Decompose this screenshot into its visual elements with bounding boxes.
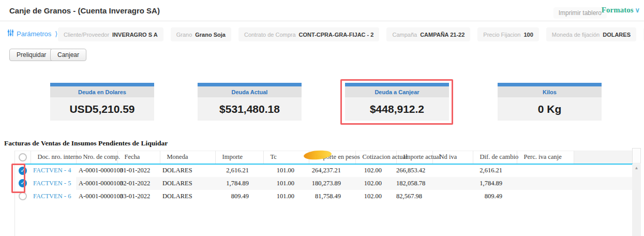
card-value: USD5,210.59 (50, 97, 154, 121)
row-checkbox[interactable] (19, 192, 27, 200)
preliquidar-button[interactable]: Preliquidar (9, 49, 53, 61)
vertical-scrollbar[interactable]: ▲ (632, 164, 641, 236)
card-title: Deuda a Canjear (345, 86, 449, 97)
col-nro-de-comp[interactable]: Nro. de comp. (76, 151, 117, 164)
cell-importe-pesos: 264,237.21 (309, 164, 355, 177)
chevron-right-icon: ⟩ (55, 30, 57, 38)
param-field-grano[interactable]: Grano Grano Soja (171, 27, 231, 41)
cell-importe-actual: 182,058.78 (396, 177, 432, 190)
table-header-row: Doc. nro. interno Nro. de comp. Fecha Mo… (15, 151, 633, 164)
page-title: Canje de Granos - (Cuenta Inveragro SA) (9, 6, 160, 15)
chevron-down-icon: ∨ (635, 6, 640, 14)
filter-sliders-icon (7, 30, 14, 38)
cell-importe-actual: 82,567.98 (396, 190, 432, 203)
col-importe-en-pesos[interactable]: Importe en pesos (309, 151, 355, 164)
top-bar: Canje de Granos - (Cuenta Inveragro SA) … (0, 0, 644, 21)
canjear-button[interactable]: Canjear (50, 49, 86, 61)
card-top-bar (50, 83, 154, 86)
col-tc[interactable]: Tc (263, 151, 309, 164)
cell-importe: 809.49 (215, 190, 263, 203)
card-value: $448,912.2 (345, 97, 449, 121)
col-dif-de-cambio[interactable]: Dif. de cambio (473, 151, 517, 164)
cell-perc-iva-canje (517, 190, 574, 203)
invoice-link[interactable]: FACTVEN - 6 (33, 193, 71, 200)
col-perc-iva-canje[interactable]: Perc. iva canje (517, 151, 574, 164)
parameters-bar: Parámetros ⟩ Cliente/Proveedor INVERAGRO… (0, 25, 644, 43)
invoices-table: Doc. nro. interno Nro. de comp. Fecha Mo… (14, 151, 632, 236)
cell-perc-iva-canje (517, 164, 574, 177)
cell-filler (574, 190, 633, 203)
cell-nd-iva (432, 164, 473, 177)
cell-tc: 101.00 (263, 190, 309, 203)
cell-importe-actual: 266,853.42 (396, 164, 432, 177)
card-top-bar (498, 83, 602, 86)
card-deuda-a-canjear: Deuda a Canjear $448,912.2 (345, 83, 449, 121)
parameters-label: Parámetros (17, 30, 51, 38)
cell-moneda: DOLARES (160, 164, 215, 177)
cell-filler (574, 164, 633, 177)
formats-label: Formatos (602, 6, 634, 14)
canje-granos-screen: Canje de Granos - (Cuenta Inveragro SA) … (0, 0, 644, 236)
cell-nro-comp: A-0001-0000103 (76, 190, 117, 203)
param-field-precio-fijacion[interactable]: Precio Fijacion 100 (477, 27, 539, 41)
cell-nro-comp: A-0001-0000103 (76, 177, 117, 190)
check-icon: ✓ (19, 167, 27, 175)
col-moneda[interactable]: Moneda (160, 151, 215, 164)
cell-perc-iva-canje (517, 177, 574, 190)
cell-fecha: 02-01-2022 (117, 177, 160, 190)
table-row: FACTVEN - 6 A-0001-0000103 03-01-2022 DO… (15, 190, 633, 203)
cell-dif-cambio: 809.49 (473, 190, 517, 203)
card-title: Kilos (498, 86, 602, 97)
scroll-up-arrow-icon[interactable]: ▲ (632, 164, 641, 171)
cell-importe: 2,616.21 (215, 164, 263, 177)
cell-dif-cambio: 1,784.89 (473, 177, 517, 190)
param-field-cliente-proveedor[interactable]: Cliente/Proveedor INVERAGRO S A (58, 27, 163, 41)
parameter-fields: Cliente/Proveedor INVERAGRO S A Grano Gr… (58, 27, 644, 41)
invoices-table-title: Facturas de Ventas de Insumos Pendientes… (4, 139, 168, 148)
table-row: ✓ FACTVEN - 4 A-0001-0000103 01-01-2022 … (15, 164, 633, 177)
invoice-link[interactable]: FACTVEN - 4 (33, 167, 71, 174)
col-fecha[interactable]: Fecha (117, 151, 160, 164)
cell-nd-iva (432, 177, 473, 190)
cell-cotizacion-actual: 102.00 (355, 177, 396, 190)
cell-tc: 101.00 (263, 177, 309, 190)
card-top-bar (345, 83, 449, 86)
cell-importe: 1,784.89 (215, 177, 263, 190)
scrollbar-corner (632, 148, 641, 164)
invoice-link[interactable]: FACTVEN - 5 (33, 180, 71, 187)
cell-nro-comp: A-0001-0000103 (76, 164, 117, 177)
col-cotizacion-actual[interactable]: Cotizacion actual (355, 151, 396, 164)
check-icon: ✓ (19, 179, 27, 187)
card-deuda-actual: Deuda Actual $531,480.18 (198, 83, 302, 121)
card-top-bar (198, 83, 302, 86)
table-row: ✓ FACTVEN - 5 A-0001-0000103 02-01-2022 … (15, 177, 633, 190)
select-all-checkbox[interactable] (19, 153, 27, 161)
cell-moneda: DOLARES (160, 177, 215, 190)
card-value: 0 Kg (498, 97, 602, 121)
card-title: Deuda Actual (198, 86, 302, 97)
col-importe[interactable]: Importe (215, 151, 263, 164)
row-checkbox[interactable]: ✓ (19, 179, 27, 187)
cell-fecha: 01-01-2022 (117, 164, 160, 177)
print-board-button[interactable]: Imprimir tablero (553, 7, 607, 19)
cell-cotizacion-actual: 102.00 (355, 190, 396, 203)
param-field-contrato-de-compra[interactable]: Contrato de Compra CONT-CPRA-GRA-FIJAC -… (238, 27, 380, 41)
row-checkbox[interactable]: ✓ (19, 167, 27, 175)
cell-importe-pesos: 81,758.49 (309, 190, 355, 203)
card-value: $531,480.18 (198, 97, 302, 121)
cell-cotizacion-actual: 102.00 (355, 164, 396, 177)
card-deuda-en-dolares: Deuda en Dolares USD5,210.59 (50, 83, 154, 121)
param-field-moneda-de-fijacion[interactable]: Moneda de fijación DOLARES (546, 27, 636, 41)
col-doc-nro-interno[interactable]: Doc. nro. interno (31, 151, 76, 164)
cell-moneda: DOLARES (160, 190, 215, 203)
card-kilos: Kilos 0 Kg (498, 83, 602, 121)
param-field-campana[interactable]: Campaña CAMPAÑA 21-22 (386, 27, 470, 41)
cell-filler (574, 177, 633, 190)
cell-fecha: 03-01-2022 (117, 190, 160, 203)
cell-tc: 101.00 (263, 164, 309, 177)
col-filler (574, 151, 633, 164)
cell-importe-pesos: 180,273.89 (309, 177, 355, 190)
formats-dropdown[interactable]: Formatos∨ (602, 6, 640, 14)
card-title: Deuda en Dolares (50, 86, 154, 97)
parameters-toggle[interactable]: Parámetros ⟩ (7, 30, 57, 38)
